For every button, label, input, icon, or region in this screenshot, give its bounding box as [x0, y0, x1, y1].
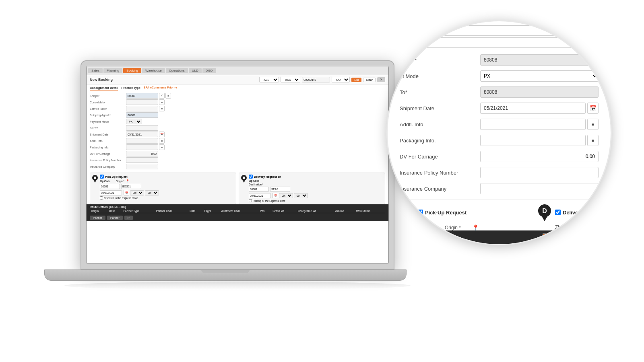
col-gross-wt: Gross Wt [271, 209, 296, 213]
pickup-express-checkbox[interactable] [249, 199, 252, 202]
mag-shipping-agent-row: Agent * [400, 53, 599, 66]
mag-delivery-checkbox-label: Deliver [555, 210, 580, 216]
list-button[interactable]: List [351, 78, 361, 82]
header-controls: ASS ASS OO List Clear ✕ [259, 77, 385, 82]
mag-partner-btn-3[interactable]: P [594, 233, 607, 242]
mag-origin-pin-icon: 📍 [472, 224, 479, 231]
shipper-input[interactable] [126, 93, 158, 99]
tab-product-type[interactable]: Product Type [121, 86, 140, 91]
service-taker-input[interactable] [126, 106, 158, 111]
mag-shipment-date-label: Shipment Date [400, 105, 480, 111]
addtl-info-list-icon[interactable]: ≡ [159, 138, 165, 144]
delivery-header: Delivery Request on [249, 175, 383, 179]
mag-pickup-checkbox-label: Pick-Up Request [417, 210, 466, 216]
pickup-origin-input[interactable] [121, 184, 141, 189]
pickup-time2-select[interactable]: 00:00 [145, 190, 159, 195]
pickup-cal-icon[interactable]: 📅 [124, 190, 129, 195]
insurance-policy-input[interactable] [126, 157, 158, 163]
partner-btn-2[interactable]: Partner [107, 216, 123, 220]
shipper-list-icon[interactable]: ≡ [165, 93, 171, 99]
nav-tab-operations[interactable]: Operations [166, 68, 188, 73]
nav-tab-warehouse[interactable]: Warehouse [142, 68, 165, 73]
delivery-zip-input[interactable] [249, 187, 269, 192]
mag-packaging-list-icon[interactable]: ≡ [587, 135, 599, 146]
partner-btn-3[interactable]: P [124, 216, 133, 220]
delivery-content: Delivery Request on Zip Code Destination… [249, 175, 383, 202]
packaging-info-input[interactable] [126, 144, 158, 150]
mag-delivery-pin-icon: D [537, 204, 552, 221]
col-origin: Origin [90, 209, 108, 213]
payment-mode-select[interactable]: PX [126, 119, 142, 124]
svg-text:D: D [542, 208, 547, 214]
consolidator-list-icon[interactable]: ≡ [159, 99, 165, 105]
product-type-value: EPA-eCommerce Priority [144, 86, 177, 91]
insurance-company-input[interactable] [126, 164, 158, 169]
delivery-dest-input[interactable] [270, 187, 290, 192]
dispatch-checkbox[interactable] [100, 196, 103, 200]
nav-tab-booking[interactable]: Booking [123, 68, 141, 73]
route-domestic-label: [DOMESTIC] [109, 206, 126, 208]
mag-pickup-checkbox[interactable] [417, 210, 423, 215]
service-taker-list-icon[interactable]: ≡ [159, 106, 165, 111]
laptop-screen: Sales Planning Booking Warehouse Operati… [86, 66, 389, 264]
svg-marker-5 [242, 180, 246, 183]
mag-partner-btn-2[interactable]: Partner [568, 233, 592, 242]
svg-marker-11 [541, 216, 548, 221]
mag-addtl-list-icon[interactable]: ≡ [587, 119, 599, 130]
addtl-info-input[interactable] [126, 138, 158, 144]
mag-shipping-agent-input[interactable] [480, 54, 599, 66]
mag-addtl-info-row: Addtl. Info. ≡ [400, 118, 599, 131]
pickup-content: Pick-Up Request Zip Code Origin * 📍 [100, 175, 234, 202]
mag-payment-mode-select[interactable]: PX [480, 70, 599, 82]
nav-tab-dgd[interactable]: DGD [202, 68, 216, 73]
packaging-info-list-icon[interactable]: ≡ [159, 144, 165, 150]
mag-top-input-1[interactable] [400, 25, 599, 36]
mag-packaging-info-input[interactable] [480, 135, 586, 146]
consolidator-input[interactable] [126, 99, 158, 105]
dropdown2[interactable]: ASS [281, 77, 300, 82]
clear-button[interactable]: Clear [363, 78, 376, 82]
delivery-time2-select[interactable]: 00:00 [294, 193, 308, 198]
shipping-agent-label: Shipping Agent * [90, 114, 126, 117]
partner-btn-1[interactable]: Partner [90, 216, 105, 220]
nav-tab-uld[interactable]: ULD [189, 68, 202, 73]
mag-shipment-date-input[interactable] [480, 103, 586, 114]
delivery-cal-icon[interactable]: 📅 [272, 193, 278, 198]
pickup-origin-label: Origin * [116, 180, 124, 183]
mag-cal-icon[interactable]: 📅 [587, 103, 599, 114]
col-flight: Flight [203, 209, 220, 213]
tab-consignment[interactable]: Consignment Detail [90, 86, 118, 91]
bill-to-input[interactable] [126, 125, 158, 131]
shipment-date-cal-icon[interactable]: 📅 [159, 132, 165, 137]
shipment-date-input[interactable] [126, 132, 158, 137]
close-button[interactable]: ✕ [377, 77, 385, 82]
mag-partner-btn-1[interactable]: Partner [543, 233, 567, 242]
delivery-date-input[interactable] [249, 193, 271, 198]
mag-top-input-2[interactable] [400, 37, 599, 48]
pickup-date-input[interactable] [100, 190, 122, 195]
pickup-time1-select[interactable]: 00:00 [130, 190, 144, 195]
pickup-zip-input[interactable] [100, 184, 120, 189]
mag-delivery-title: Deliver [563, 210, 580, 216]
packaging-info-row: Packaging Info. ≡ [90, 144, 385, 150]
mag-bill-to-input[interactable] [480, 86, 599, 98]
mag-pickup-zip-label: Zip Code [417, 225, 442, 230]
nav-tab-planning[interactable]: Planning [103, 68, 122, 73]
dropdown1[interactable]: ASS [259, 77, 279, 82]
mag-insurance-policy-input[interactable] [480, 167, 599, 178]
booking-number-input[interactable] [302, 77, 330, 82]
nav-tab-sales[interactable]: Sales [88, 68, 103, 73]
shipping-agent-row: Shipping Agent * [90, 112, 385, 118]
shipping-agent-input[interactable] [126, 112, 158, 118]
mag-insurance-company-input[interactable] [480, 183, 599, 194]
delivery-time1-select[interactable]: 00:00 [279, 193, 293, 198]
dv-carriage-input[interactable] [126, 151, 158, 156]
delivery-checkbox[interactable] [249, 175, 253, 179]
pickup-delivery-section: Pick-Up Request Zip Code Origin * 📍 [87, 173, 388, 204]
mag-delivery-checkbox[interactable] [555, 210, 561, 215]
mag-addtl-info-input[interactable] [480, 119, 586, 130]
dropdown3[interactable]: OO [332, 77, 350, 82]
shipper-check-icon[interactable]: ✓ [159, 93, 165, 99]
mag-dv-carriage-input[interactable] [480, 151, 599, 162]
pickup-checkbox[interactable] [100, 175, 104, 179]
